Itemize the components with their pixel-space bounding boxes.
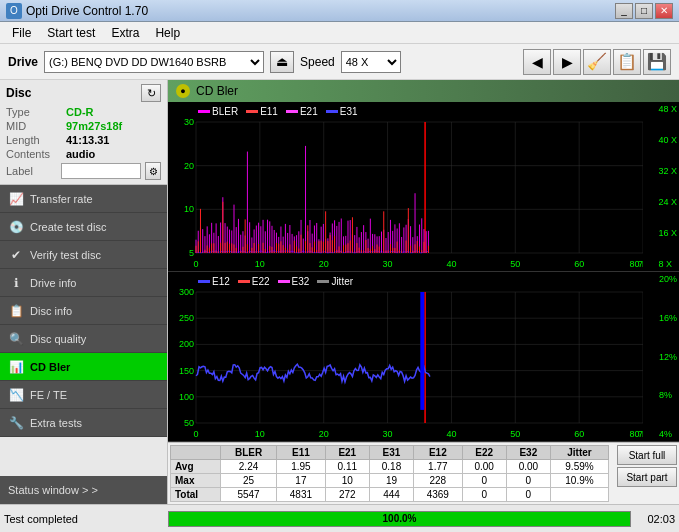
label-settings-button[interactable]: ⚙ <box>145 162 161 180</box>
menu-start-test[interactable]: Start test <box>39 24 103 42</box>
stats-header-e32: E32 <box>506 446 550 460</box>
e11-color <box>246 110 258 113</box>
toolbar-buttons: ◀ ▶ 🧹 📋 💾 <box>523 49 671 75</box>
max-label: Max <box>171 474 221 488</box>
legend-e22-label: E22 <box>252 276 270 287</box>
title-bar: O Opti Drive Control 1.70 _ □ ✕ <box>0 0 679 22</box>
legend-e12: E12 <box>198 276 230 287</box>
avg-jitter: 9.59% <box>550 460 608 474</box>
stats-header-bler: BLER <box>220 446 276 460</box>
max-e11: 17 <box>277 474 326 488</box>
legend-e31-label: E31 <box>340 106 358 117</box>
disc-refresh-button[interactable]: ↻ <box>141 84 161 102</box>
nav-transfer-rate[interactable]: 📈 Transfer rate <box>0 185 167 213</box>
total-e31: 444 <box>369 488 413 502</box>
legend-e12-label: E12 <box>212 276 230 287</box>
save-button[interactable]: 💾 <box>643 49 671 75</box>
next-button[interactable]: ▶ <box>553 49 581 75</box>
length-value: 41:13.31 <box>66 134 109 146</box>
status-window-label: Status window > > <box>8 484 98 496</box>
max-jitter: 10.9% <box>550 474 608 488</box>
total-e21: 272 <box>325 488 369 502</box>
copy-button[interactable]: 📋 <box>613 49 641 75</box>
avg-e11: 1.95 <box>277 460 326 474</box>
start-full-button[interactable]: Start full <box>617 445 677 465</box>
speed-select[interactable]: 48 X <box>341 51 401 73</box>
right-panel: ● CD Bler BLER E11 <box>168 80 679 504</box>
total-bler: 5547 <box>220 488 276 502</box>
nav-disc-quality-label: Disc quality <box>30 333 86 345</box>
erase-button[interactable]: 🧹 <box>583 49 611 75</box>
status-bar: Test completed 100.0% 02:03 <box>0 504 679 532</box>
status-window-item[interactable]: Status window > > <box>0 476 167 504</box>
stats-max-row: Max 25 17 10 19 228 0 0 10.9% <box>171 474 609 488</box>
bler-color <box>198 110 210 113</box>
chart2-container: E12 E22 E32 Jitter 2 <box>168 272 679 442</box>
maximize-button[interactable]: □ <box>635 3 653 19</box>
drive-label: Drive <box>8 55 38 69</box>
prev-button[interactable]: ◀ <box>523 49 551 75</box>
speed-label: Speed <box>300 55 335 69</box>
total-e32: 0 <box>506 488 550 502</box>
start-part-button[interactable]: Start part <box>617 467 677 487</box>
legend-e32: E32 <box>278 276 310 287</box>
close-button[interactable]: ✕ <box>655 3 673 19</box>
e32-color <box>278 280 290 283</box>
nav-disc-quality[interactable]: 🔍 Disc quality <box>0 325 167 353</box>
max-e21: 10 <box>325 474 369 488</box>
max-e22: 0 <box>462 474 506 488</box>
chart-header-title: CD Bler <box>196 84 238 98</box>
menu-extra[interactable]: Extra <box>103 24 147 42</box>
nav-items: 📈 Transfer rate 💿 Create test disc ✔ Ver… <box>0 185 167 504</box>
type-value: CD-R <box>66 106 94 118</box>
nav-drive-info-label: Drive info <box>30 277 76 289</box>
max-e32: 0 <box>506 474 550 488</box>
disc-section: Disc ↻ Type CD-R MID 97m27s18f Length 41… <box>0 80 167 185</box>
max-e31: 19 <box>369 474 413 488</box>
stats-buttons: Start full Start part <box>617 445 677 487</box>
create-test-disc-icon: 💿 <box>8 219 24 235</box>
avg-label: Avg <box>171 460 221 474</box>
nav-extra-tests[interactable]: 🔧 Extra tests <box>0 409 167 437</box>
legend-e32-label: E32 <box>292 276 310 287</box>
drive-info-icon: ℹ <box>8 275 24 291</box>
nav-extra-tests-label: Extra tests <box>30 417 82 429</box>
nav-fe-te[interactable]: 📉 FE / TE <box>0 381 167 409</box>
time-text: 02:03 <box>635 513 675 525</box>
chart1-legend: BLER E11 E21 E31 <box>198 106 358 117</box>
menu-bar: File Start test Extra Help <box>0 22 679 44</box>
label-input[interactable] <box>61 163 141 179</box>
chart1-container: BLER E11 E21 E31 48 <box>168 102 679 272</box>
status-text: Test completed <box>4 513 164 525</box>
cd-bler-icon: 📊 <box>8 359 24 375</box>
nav-disc-info[interactable]: 📋 Disc info <box>0 297 167 325</box>
stats-header-e21: E21 <box>325 446 369 460</box>
legend-e31: E31 <box>326 106 358 117</box>
stats-header-e12: E12 <box>414 446 463 460</box>
verify-test-disc-icon: ✔ <box>8 247 24 263</box>
chart1-y-right: 48 X 40 X 32 X 24 X 16 X 8 X <box>658 102 677 271</box>
legend-e21: E21 <box>286 106 318 117</box>
max-e12: 228 <box>414 474 463 488</box>
nav-verify-test-disc-label: Verify test disc <box>30 249 101 261</box>
total-jitter <box>550 488 608 502</box>
stats-total-row: Total 5547 4831 272 444 4369 0 0 <box>171 488 609 502</box>
mid-value: 97m27s18f <box>66 120 122 132</box>
legend-e11-label: E11 <box>260 106 278 117</box>
menu-file[interactable]: File <box>4 24 39 42</box>
avg-bler: 2.24 <box>220 460 276 474</box>
disc-quality-icon: 🔍 <box>8 331 24 347</box>
nav-create-test-disc-label: Create test disc <box>30 221 106 233</box>
menu-help[interactable]: Help <box>147 24 188 42</box>
nav-cd-bler[interactable]: 📊 CD Bler <box>0 353 167 381</box>
nav-cd-bler-label: CD Bler <box>30 361 70 373</box>
eject-button[interactable]: ⏏ <box>270 51 294 73</box>
nav-verify-test-disc[interactable]: ✔ Verify test disc <box>0 241 167 269</box>
nav-create-test-disc[interactable]: 💿 Create test disc <box>0 213 167 241</box>
chart-header-icon: ● <box>176 84 190 98</box>
fe-te-icon: 📉 <box>8 387 24 403</box>
drive-select[interactable]: (G:) BENQ DVD DD DW1640 BSRB <box>44 51 264 73</box>
nav-drive-info[interactable]: ℹ Drive info <box>0 269 167 297</box>
stats-area: BLER E11 E21 E31 E12 E22 E32 Jitter Avg … <box>168 442 679 504</box>
minimize-button[interactable]: _ <box>615 3 633 19</box>
